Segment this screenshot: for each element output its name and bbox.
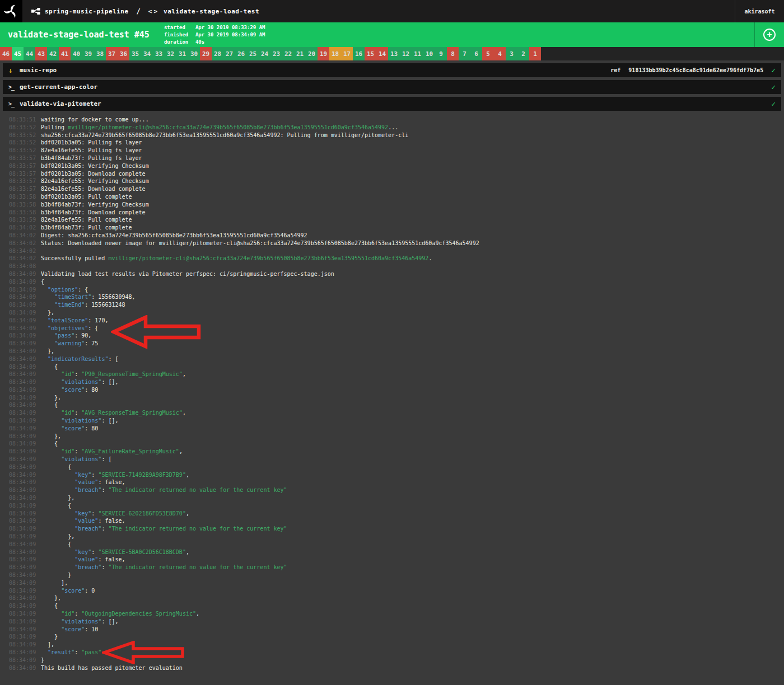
build-tile-4[interactable]: 4 xyxy=(494,47,506,60)
build-tile-40[interactable]: 40 xyxy=(71,47,82,60)
log-timestamp[interactable]: 08:34:09 xyxy=(9,602,36,610)
user-menu[interactable]: akirasoft xyxy=(735,0,784,22)
build-tile-36[interactable]: 36 xyxy=(118,47,129,60)
log-timestamp[interactable]: 08:34:09 xyxy=(9,456,36,463)
log-timestamp[interactable]: 08:34:09 xyxy=(9,286,36,294)
log-timestamp[interactable]: 08:34:09 xyxy=(9,355,36,363)
log-timestamp[interactable]: 08:34:09 xyxy=(9,463,36,471)
log-timestamp[interactable]: 08:34:09 xyxy=(9,618,36,626)
log-timestamp[interactable]: 08:34:09 xyxy=(9,641,36,649)
log-timestamp[interactable]: 08:34:08 xyxy=(9,262,36,270)
step-music-repo[interactable]: ↓ music-repo ref 918133bb39b2c45c8ca8c91… xyxy=(3,63,781,77)
log-timestamp[interactable]: 08:33:51 xyxy=(9,116,36,124)
build-tile-45[interactable]: 45 xyxy=(12,47,24,60)
build-tile-35[interactable]: 35 xyxy=(129,47,141,60)
log-timestamp[interactable]: 08:34:09 xyxy=(9,548,36,556)
log-timestamp[interactable]: 08:33:52 xyxy=(9,132,36,139)
breadcrumb-pipeline[interactable]: spring-music-pipeline xyxy=(31,8,129,15)
build-tile-17[interactable]: 17 xyxy=(341,47,353,60)
log-timestamp[interactable]: 08:33:57 xyxy=(9,185,36,193)
build-tile-27[interactable]: 27 xyxy=(223,47,235,60)
build-tile-26[interactable]: 26 xyxy=(235,47,247,60)
concourse-logo-icon[interactable] xyxy=(0,0,22,22)
log-timestamp[interactable]: 08:34:09 xyxy=(9,626,36,634)
log-timestamp[interactable]: 08:34:09 xyxy=(9,564,36,571)
log-timestamp[interactable]: 08:33:57 xyxy=(9,162,36,170)
build-tile-18[interactable]: 18 xyxy=(329,47,341,60)
log-timestamp[interactable]: 08:34:09 xyxy=(9,270,36,278)
build-tile-7[interactable]: 7 xyxy=(459,47,470,60)
log-timestamp[interactable]: 08:34:09 xyxy=(9,370,36,378)
log-timestamp[interactable]: 08:34:09 xyxy=(9,317,36,325)
log-timestamp[interactable]: 08:34:09 xyxy=(9,417,36,425)
log-timestamp[interactable]: 08:33:52 xyxy=(9,139,36,147)
build-tile-44[interactable]: 44 xyxy=(24,47,35,60)
build-tile-10[interactable]: 10 xyxy=(423,47,435,60)
build-tile-30[interactable]: 30 xyxy=(188,47,200,60)
log-timestamp[interactable]: 08:34:09 xyxy=(9,517,36,525)
log-timestamp[interactable]: 08:34:02 xyxy=(9,240,36,247)
log-timestamp[interactable]: 08:33:59 xyxy=(9,216,36,224)
build-tile-28[interactable]: 28 xyxy=(212,47,223,60)
log-timestamp[interactable]: 08:34:09 xyxy=(9,649,36,656)
log-timestamp[interactable]: 08:34:09 xyxy=(9,533,36,541)
log-timestamp[interactable]: 08:34:09 xyxy=(9,340,36,348)
log-timestamp[interactable]: 08:34:09 xyxy=(9,278,36,286)
build-tile-3[interactable]: 3 xyxy=(506,47,517,60)
log-timestamp[interactable]: 08:34:09 xyxy=(9,556,36,564)
log-timestamp[interactable]: 08:34:09 xyxy=(9,401,36,409)
log-timestamp[interactable]: 08:34:09 xyxy=(9,594,36,602)
build-tile-33[interactable]: 33 xyxy=(153,47,165,60)
build-tile-34[interactable]: 34 xyxy=(141,47,153,60)
log-timestamp[interactable]: 08:34:09 xyxy=(9,471,36,479)
build-tile-32[interactable]: 32 xyxy=(165,47,176,60)
breadcrumb-job[interactable]: <> validate-stage-load-test xyxy=(148,8,259,15)
log-timestamp[interactable]: 08:34:09 xyxy=(9,309,36,317)
log-timestamp[interactable]: 08:34:09 xyxy=(9,610,36,618)
build-tile-2[interactable]: 2 xyxy=(517,47,529,60)
build-tile-1[interactable]: 1 xyxy=(529,47,541,60)
log-timestamp[interactable]: 08:34:09 xyxy=(9,378,36,386)
log-timestamp[interactable]: 08:34:09 xyxy=(9,394,36,402)
log-timestamp[interactable]: 08:33:57 xyxy=(9,170,36,178)
build-tile-38[interactable]: 38 xyxy=(94,47,106,60)
log-timestamp[interactable]: 08:34:09 xyxy=(9,301,36,309)
log-timestamp[interactable]: 08:33:52 xyxy=(9,147,36,154)
step-get-current-app-color[interactable]: >_ get-current-app-color ✓ xyxy=(3,80,781,94)
build-tile-8[interactable]: 8 xyxy=(447,47,459,60)
log-timestamp[interactable]: 08:34:09 xyxy=(9,293,36,301)
log-timestamp[interactable]: 08:34:02 xyxy=(9,232,36,240)
build-tile-6[interactable]: 6 xyxy=(470,47,482,60)
build-tile-41[interactable]: 41 xyxy=(59,47,71,60)
build-tile-15[interactable]: 15 xyxy=(365,47,376,60)
log-timestamp[interactable]: 08:34:09 xyxy=(9,571,36,579)
build-tile-31[interactable]: 31 xyxy=(176,47,188,60)
log-timestamp[interactable]: 08:34:09 xyxy=(9,502,36,510)
log-timestamp[interactable]: 08:34:09 xyxy=(9,587,36,595)
build-tile-5[interactable]: 5 xyxy=(482,47,494,60)
log-timestamp[interactable]: 08:33:58 xyxy=(9,201,36,209)
log-timestamp[interactable]: 08:33:58 xyxy=(9,193,36,201)
build-tile-43[interactable]: 43 xyxy=(35,47,47,60)
step-validate-via-pitometer[interactable]: >_ validate-via-pitometer ✓ xyxy=(3,97,781,111)
log-timestamp[interactable]: 08:34:09 xyxy=(9,664,36,672)
log-timestamp[interactable]: 08:34:09 xyxy=(9,478,36,486)
log-timestamp[interactable]: 08:33:57 xyxy=(9,177,36,185)
build-tile-29[interactable]: 29 xyxy=(200,47,212,60)
log-timestamp[interactable]: 08:34:09 xyxy=(9,425,36,433)
build-tile-46[interactable]: 46 xyxy=(0,47,12,60)
log-timestamp[interactable]: 08:33:58 xyxy=(9,209,36,217)
log-timestamp[interactable]: 08:34:09 xyxy=(9,633,36,641)
log-timestamp[interactable]: 08:34:09 xyxy=(9,656,36,664)
build-tile-39[interactable]: 39 xyxy=(82,47,94,60)
log-timestamp[interactable]: 08:34:09 xyxy=(9,486,36,494)
build-tile-19[interactable]: 19 xyxy=(318,47,329,60)
build-tile-20[interactable]: 20 xyxy=(306,47,318,60)
build-tile-11[interactable]: 11 xyxy=(412,47,423,60)
log-timestamp[interactable]: 08:34:09 xyxy=(9,440,36,448)
build-tile-24[interactable]: 24 xyxy=(259,47,270,60)
build-tile-12[interactable]: 12 xyxy=(400,47,412,60)
build-tile-22[interactable]: 22 xyxy=(282,47,294,60)
build-tile-16[interactable]: 16 xyxy=(353,47,365,60)
log-timestamp[interactable]: 08:34:09 xyxy=(9,448,36,456)
